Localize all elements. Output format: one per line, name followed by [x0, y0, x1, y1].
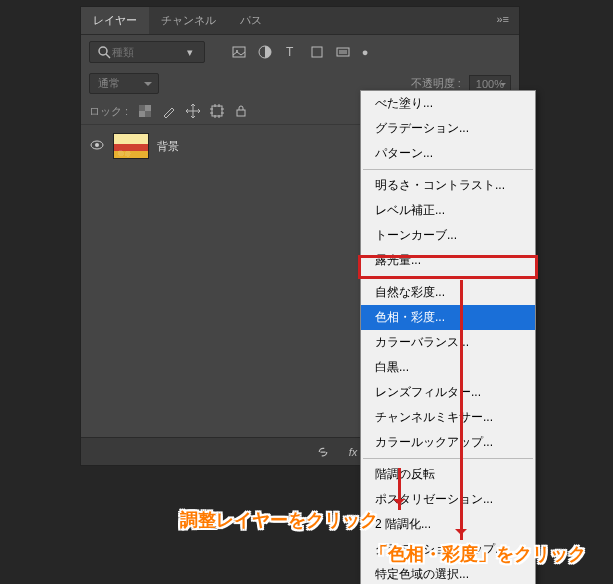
- panel-tabs: レイヤー チャンネル パス »≡: [81, 7, 519, 35]
- visibility-icon[interactable]: [89, 137, 105, 155]
- filter-type-icon[interactable]: T: [283, 44, 299, 60]
- menu-item[interactable]: 明るさ・コントラスト...: [361, 173, 535, 198]
- menu-item[interactable]: チャンネルミキサー...: [361, 405, 535, 430]
- filter-shape-icon[interactable]: [309, 44, 325, 60]
- lock-move-icon[interactable]: [184, 103, 202, 119]
- svg-text:T: T: [286, 45, 294, 59]
- svg-rect-13: [212, 106, 222, 116]
- menu-item[interactable]: 階調の反転: [361, 462, 535, 487]
- svg-rect-8: [339, 50, 347, 54]
- svg-rect-11: [145, 105, 151, 111]
- svg-rect-6: [312, 47, 322, 57]
- svg-rect-10: [145, 111, 151, 117]
- adjustment-menu: べた塗り...グラデーション...パターン...明るさ・コントラスト...レベル…: [360, 90, 536, 584]
- filter-smart-icon[interactable]: [335, 44, 351, 60]
- menu-item[interactable]: グラデーション...: [361, 116, 535, 141]
- layer-filter-search[interactable]: ▾: [89, 41, 205, 63]
- lock-paint-icon[interactable]: [160, 103, 178, 119]
- menu-item[interactable]: べた塗り...: [361, 91, 535, 116]
- menu-item[interactable]: カラーバランス...: [361, 330, 535, 355]
- menu-item[interactable]: 白黒...: [361, 355, 535, 380]
- svg-point-0: [99, 47, 107, 55]
- svg-rect-14: [237, 110, 245, 116]
- menu-item[interactable]: 露光量...: [361, 248, 535, 273]
- tab-channels[interactable]: チャンネル: [149, 7, 228, 34]
- menu-separator: [363, 276, 533, 277]
- opacity-label: 不透明度 :: [411, 76, 461, 91]
- menu-item[interactable]: 自然な彩度...: [361, 280, 535, 305]
- filter-adjust-icon[interactable]: [257, 44, 273, 60]
- lock-transparent-icon[interactable]: [136, 103, 154, 119]
- svg-point-16: [95, 143, 99, 147]
- tab-paths[interactable]: パス: [228, 7, 274, 34]
- layer-name[interactable]: 背景: [157, 139, 179, 154]
- lock-all-icon[interactable]: [232, 103, 250, 119]
- blend-mode-select[interactable]: 通常: [89, 73, 159, 94]
- menu-item[interactable]: ポスタリゼーション...: [361, 487, 535, 512]
- menu-item[interactable]: トーンカーブ...: [361, 223, 535, 248]
- filter-input[interactable]: [112, 46, 182, 58]
- lock-artboard-icon[interactable]: [208, 103, 226, 119]
- annotation-adjustment: 調整レイヤーをクリック: [180, 508, 378, 532]
- search-icon: [96, 44, 112, 60]
- menu-item[interactable]: 色相・彩度...: [361, 305, 535, 330]
- svg-rect-12: [139, 111, 145, 117]
- annotation-huesat: 「色相・彩度」をクリック: [370, 542, 586, 566]
- tab-layers[interactable]: レイヤー: [81, 7, 149, 34]
- chevron-down-icon: ▾: [182, 44, 198, 60]
- lock-label: ロック :: [89, 104, 128, 119]
- svg-line-1: [106, 54, 110, 58]
- menu-separator: [363, 169, 533, 170]
- filter-toggle-icon[interactable]: ●: [361, 44, 369, 60]
- layer-thumbnail[interactable]: [113, 133, 149, 159]
- svg-rect-2: [233, 47, 245, 57]
- filter-row: ▾ T ●: [81, 35, 519, 69]
- svg-rect-9: [139, 105, 145, 111]
- menu-item[interactable]: 2 階調化...: [361, 512, 535, 537]
- menu-item[interactable]: パターン...: [361, 141, 535, 166]
- menu-item[interactable]: カラールックアップ...: [361, 430, 535, 455]
- link-icon[interactable]: [313, 442, 333, 462]
- panel-menu-icon[interactable]: »≡: [486, 7, 519, 34]
- menu-separator: [363, 458, 533, 459]
- menu-item[interactable]: レンズフィルター...: [361, 380, 535, 405]
- menu-item[interactable]: レベル補正...: [361, 198, 535, 223]
- filter-image-icon[interactable]: [231, 44, 247, 60]
